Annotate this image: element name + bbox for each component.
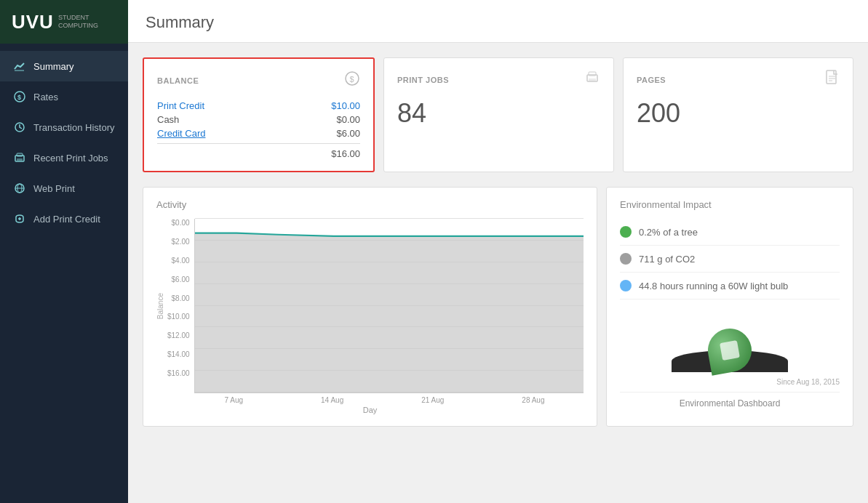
tree-label: 0.2% of a tree xyxy=(639,227,698,238)
env-logo-area xyxy=(620,299,840,372)
print-jobs-card: PRINT JOBS 84 xyxy=(383,57,614,172)
chart-icon xyxy=(13,60,26,73)
chart-area: Balance $16.00 $14.00 $12.00 $10.00 $8.0… xyxy=(156,219,584,393)
sidebar-rates-label: Rates xyxy=(33,92,58,102)
chart-plot xyxy=(194,219,584,393)
y-axis-label: Balance xyxy=(156,293,164,319)
svg-rect-16 xyxy=(827,71,836,84)
print-credit-label: Print Credit xyxy=(157,100,204,111)
balance-row-print-credit: Print Credit $10.00 xyxy=(157,99,360,113)
x-axis-label: Day xyxy=(156,406,584,414)
tree-dot-icon xyxy=(620,226,632,238)
sidebar-item-summary[interactable]: Summary xyxy=(0,51,128,81)
balance-total: $16.00 xyxy=(157,147,360,159)
page-icon xyxy=(825,70,840,89)
balance-divider xyxy=(157,143,360,144)
logo-subtitle: STUDENT COMPUTING xyxy=(58,14,98,30)
balance-label: BALANCE xyxy=(157,76,199,85)
bubble-inner xyxy=(720,340,740,361)
co2-dot-icon xyxy=(620,253,632,265)
sidebar-item-web-print[interactable]: Web Print xyxy=(0,173,128,204)
print-jobs-icon xyxy=(13,151,26,164)
page-title: Summary xyxy=(146,13,851,32)
pages-card: PAGES 200 xyxy=(623,57,853,172)
sidebar-summary-label: Summary xyxy=(33,61,74,72)
pages-card-header: PAGES xyxy=(637,70,840,89)
bulb-label: 44.8 hours running a 60W light bulb xyxy=(639,281,788,291)
printer-icon xyxy=(584,70,600,89)
balance-row-credit-card: Credit Card $6.00 xyxy=(157,126,360,140)
environmental-panel: Environmental Impact 0.2% of a tree 711 … xyxy=(606,187,853,427)
y-axis: $16.00 $14.00 $12.00 $10.00 $8.00 $6.00 … xyxy=(167,219,194,379)
print-jobs-label: PRINT JOBS xyxy=(397,76,449,84)
pages-label: PAGES xyxy=(637,76,666,84)
env-since: Since Aug 18, 2015 xyxy=(620,378,840,386)
web-print-icon xyxy=(13,182,26,195)
balance-total-value: $16.00 xyxy=(331,148,360,159)
sidebar-item-transaction-history[interactable]: Transaction History xyxy=(0,112,128,142)
rates-icon: $ xyxy=(13,90,26,103)
env-item-co2: 711 g of CO2 xyxy=(620,246,840,273)
cash-label: Cash xyxy=(157,114,179,125)
summary-cards: BALANCE $ Print Credit $10.00 Cash xyxy=(143,57,853,172)
co2-label: 711 g of CO2 xyxy=(639,254,695,265)
bottom-panels: Activity Balance $16.00 $14.00 $12.00 $1… xyxy=(143,187,853,427)
print-jobs-value: 84 xyxy=(397,98,600,129)
bulb-dot-icon xyxy=(620,280,632,291)
svg-text:$: $ xyxy=(17,94,21,101)
svg-text:$: $ xyxy=(350,75,354,84)
print-credit-value: $10.00 xyxy=(331,100,360,111)
history-icon xyxy=(13,121,26,134)
main-body: BALANCE $ Print Credit $10.00 Cash xyxy=(128,43,868,441)
logo-uvu: UVU xyxy=(12,11,54,33)
chart-svg xyxy=(195,219,584,393)
add-credit-icon xyxy=(13,212,26,225)
main-content: Summary BALANCE $ Print Credit xyxy=(128,0,868,503)
environmental-title: Environmental Impact xyxy=(620,199,840,210)
cash-value: $0.00 xyxy=(336,114,360,125)
sidebar-recentjobs-label: Recent Print Jobs xyxy=(33,153,108,164)
sidebar-webprint-label: Web Print xyxy=(33,183,75,194)
print-jobs-card-header: PRINT JOBS xyxy=(397,70,600,89)
balance-table: Print Credit $10.00 Cash $0.00 Credit Ca… xyxy=(157,99,360,159)
env-item-bulb: 44.8 hours running a 60W light bulb xyxy=(620,273,840,299)
activity-panel: Activity Balance $16.00 $14.00 $12.00 $1… xyxy=(143,187,597,427)
svg-marker-20 xyxy=(195,233,584,393)
credit-card-label: Credit Card xyxy=(157,128,205,139)
sidebar-item-rates[interactable]: $ Rates xyxy=(0,81,128,112)
sidebar-txhistory-label: Transaction History xyxy=(33,122,115,133)
credit-card-value: $6.00 xyxy=(336,128,360,139)
env-item-tree: 0.2% of a tree xyxy=(620,219,840,246)
x-axis: 7 Aug 14 Aug 21 Aug 28 Aug xyxy=(186,396,584,404)
balance-row-cash: Cash $0.00 xyxy=(157,113,360,126)
svg-rect-5 xyxy=(17,158,23,161)
activity-title: Activity xyxy=(156,199,584,210)
sidebar-logo: UVU STUDENT COMPUTING xyxy=(0,0,128,44)
sidebar-nav: Summary $ Rates Transaction History xyxy=(0,51,128,234)
svg-rect-15 xyxy=(589,79,596,81)
env-dashboard-link[interactable]: Environmental Dashboard xyxy=(620,392,840,409)
dollar-circle-icon: $ xyxy=(344,71,360,90)
sidebar-item-recent-print-jobs[interactable]: Recent Print Jobs xyxy=(0,142,128,173)
pages-value: 200 xyxy=(637,98,840,129)
balance-card: BALANCE $ Print Credit $10.00 Cash xyxy=(143,57,375,172)
sidebar: UVU STUDENT COMPUTING Summary $ Rates xyxy=(0,0,128,503)
sidebar-item-add-print-credit[interactable]: Add Print Credit xyxy=(0,204,128,234)
sidebar-addcredit-label: Add Print Credit xyxy=(33,214,100,225)
balance-card-header: BALANCE $ xyxy=(157,71,360,90)
main-header: Summary xyxy=(128,0,868,43)
